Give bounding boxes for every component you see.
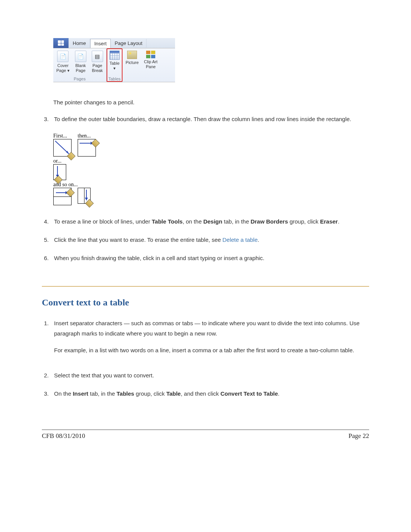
cover-page-icon: 📄 [57, 51, 68, 62]
step-6-num: 6. [42, 253, 49, 263]
group-pages: 📄 Cover Page ▾ 📄 Blank Page ▤ Page Break… [53, 48, 107, 82]
group-label-pages: Pages [74, 77, 86, 81]
btn-table: Table ▾ [108, 50, 121, 72]
diag-or: or... [53, 158, 369, 164]
footer-page: Page 22 [349, 432, 369, 440]
diag-box-first [53, 139, 72, 157]
cstep-1-body: Insert separator characters — such as co… [54, 318, 369, 362]
label-page-break: Page Break [92, 63, 103, 73]
ribbon-body: 📄 Cover Page ▾ 📄 Blank Page ▤ Page Break… [53, 48, 175, 82]
page-break-icon: ▤ [92, 51, 103, 62]
cstep-1-num: 1. [42, 318, 49, 362]
ribbon-screenshot: Home Insert Page Layout 📄 Cover Page ▾ 📄… [53, 38, 175, 82]
cstep-2-num: 2. [42, 371, 49, 380]
footer: CFB 08/31/2010 Page 22 [42, 430, 369, 440]
step-4-text: To erase a line or block of lines, under… [54, 217, 369, 227]
step-5-num: 5. [42, 235, 49, 245]
p-pointer: The pointer changes to a pencil. [53, 97, 369, 107]
diag-box-then [78, 139, 96, 157]
ribbon-tabs: Home Insert Page Layout [53, 38, 175, 48]
diag-box-hline [53, 188, 72, 205]
diag-first: First... [53, 133, 72, 139]
cstep-1-p2: For example, in a list with two words on… [54, 345, 369, 355]
blank-page-icon: 📄 [75, 51, 86, 62]
cstep-3-num: 3. [42, 389, 49, 399]
step-5: 5. Click the line that you want to erase… [42, 235, 369, 245]
group-tables: Table ▾ Tables [107, 48, 123, 82]
step-4: 4. To erase a line or block of lines, un… [42, 217, 369, 227]
table-icon [110, 51, 119, 60]
office-button-icon [53, 38, 69, 48]
btn-blank-page: 📄 Blank Page [73, 50, 88, 74]
label-picture: Picture [126, 60, 139, 65]
draw-diagram: First... then... [53, 133, 369, 205]
tab-home: Home [69, 39, 90, 48]
svg-marker-9 [85, 198, 88, 200]
btn-page-break: ▤ Page Break [90, 50, 105, 74]
cstep-2: 2. Select the text that you want to conv… [42, 371, 369, 380]
link-delete-table[interactable]: Delete a table [222, 236, 258, 243]
step-6-text: When you finish drawing the table, click… [54, 253, 369, 263]
btn-cover-page: 📄 Cover Page ▾ [55, 50, 71, 74]
diag-then: then... [78, 133, 96, 139]
step-5-text: Click the line that you want to erase. T… [54, 235, 369, 245]
btn-picture: Picture [124, 50, 140, 70]
cstep-1-p1: Insert separator characters — such as co… [54, 318, 369, 339]
tab-pagelayout: Page Layout [111, 39, 147, 48]
label-table: Table ▾ [110, 61, 119, 71]
label-clipart: Clip Art Pane [144, 59, 157, 69]
group-illustrations: Picture Clip Art Pane [123, 48, 161, 82]
step-3-num: 3. [42, 114, 49, 124]
diag-andsoon: and so on... [53, 182, 369, 188]
clipart-icon [146, 51, 155, 58]
group-label-tables: Tables [108, 77, 121, 81]
picture-icon [127, 51, 137, 59]
step-3: 3. To define the outer table boundaries,… [42, 114, 369, 124]
heading-convert: Convert text to a table [42, 297, 369, 308]
diag-box-vline [78, 188, 91, 204]
document-page: Home Insert Page Layout 📄 Cover Page ▾ 📄… [0, 0, 411, 455]
btn-clipart: Clip Art Pane [142, 50, 159, 70]
step-3-text: To define the outer table boundaries, dr… [54, 114, 369, 124]
tab-insert: Insert [90, 39, 111, 48]
label-cover-page: Cover Page ▾ [56, 63, 70, 73]
section-divider [42, 286, 369, 287]
diag-box-or [53, 164, 66, 180]
step-6: 6. When you finish drawing the table, cl… [42, 253, 369, 263]
cstep-3: 3. On the Insert tab, in the Tables grou… [42, 389, 369, 399]
footer-date: CFB 08/31/2010 [42, 432, 85, 440]
cstep-1: 1. Insert separator characters — such as… [42, 318, 369, 362]
step-4-num: 4. [42, 217, 49, 227]
label-blank-page: Blank Page [75, 63, 86, 73]
cstep-3-text: On the Insert tab, in the Tables group, … [54, 389, 369, 399]
cstep-2-text: Select the text that you want to convert… [54, 371, 369, 380]
